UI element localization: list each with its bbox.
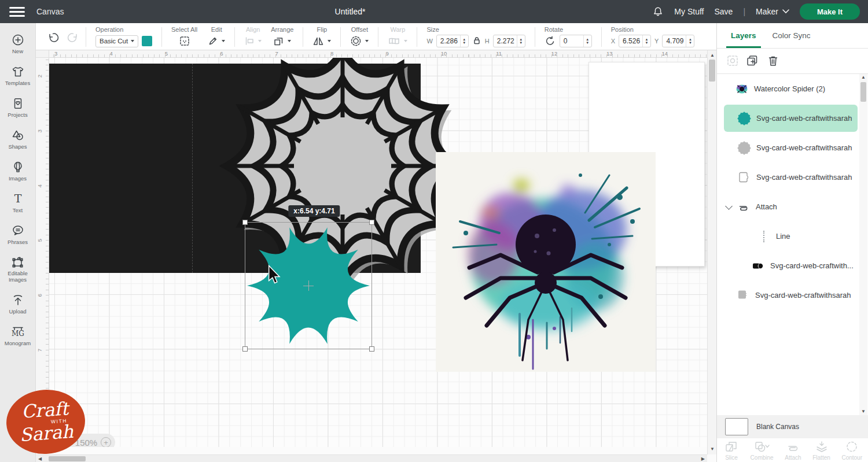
scroll-left-arrow[interactable]: ◀ [38, 457, 42, 461]
layer-row-line[interactable]: Line [717, 221, 859, 251]
width-stepper[interactable]: ▲▼ [460, 35, 468, 47]
y-value: 4.709 [663, 37, 686, 45]
rotate-input[interactable]: 0 ▲▼ [560, 35, 592, 47]
selection-handle-tr[interactable] [369, 220, 374, 225]
make-it-button[interactable]: Make It [800, 3, 860, 20]
project-card-icon [11, 97, 25, 110]
selection-handle-tl[interactable] [242, 220, 248, 225]
card-fold-line [192, 64, 193, 273]
width-label: W [426, 38, 432, 45]
canvas-horizontal-scrollbar[interactable]: ◀ ▶ [36, 454, 707, 462]
panel-scrollbar[interactable]: ▲ ▼ [859, 74, 867, 415]
selection-handle-br[interactable] [369, 346, 374, 352]
sidebar-item-editable-images[interactable]: Editable Images [0, 250, 36, 288]
layer-row-card-outline[interactable]: Svg-card-web-craftwithsarah [717, 162, 859, 192]
duplicate-button[interactable] [746, 54, 759, 69]
scroll-right-arrow[interactable]: ▶ [701, 457, 705, 461]
sidebar-item-templates[interactable]: Templates [0, 60, 36, 91]
document-title[interactable]: Untitled* [0, 7, 700, 16]
flip-group[interactable]: Flip [312, 26, 331, 47]
select-all-group[interactable]: Select All [171, 26, 197, 47]
lock-icon[interactable] [472, 36, 481, 45]
collapse-chevron-icon[interactable] [725, 202, 733, 210]
layer-row-black-shape[interactable]: Svg-card-web-craftwith... [717, 251, 859, 280]
zoom-in-button[interactable]: + [101, 437, 111, 447]
selection-handle-bl[interactable] [242, 346, 248, 352]
machine-select[interactable]: Maker [756, 7, 789, 16]
panel-scroll-up[interactable]: ▲ [861, 75, 866, 80]
scroll-up-arrow[interactable]: ▲ [710, 53, 715, 58]
black-shape-icon [751, 259, 766, 273]
edit-group[interactable]: Edit [208, 26, 225, 47]
sidebar-item-monogram[interactable]: MG Monogram [0, 320, 36, 352]
ruler-number: 7 [36, 349, 43, 352]
color-swatch[interactable] [142, 36, 152, 46]
selection-bounding-box[interactable] [245, 222, 372, 349]
rotate-icon[interactable] [545, 35, 556, 47]
width-input[interactable]: 2.286 ▲▼ [436, 35, 469, 47]
warp-label: Warp [390, 26, 405, 33]
sidebar-item-images[interactable]: Images [0, 155, 36, 187]
layer-row-watercolor-spider[interactable]: Watercolor Spider (2) [717, 74, 859, 104]
sidebar-item-shapes[interactable]: Shapes [0, 123, 36, 155]
combine-icon [753, 440, 771, 454]
ruler-number: 11 [496, 50, 502, 57]
trash-icon [767, 54, 779, 67]
tab-layers[interactable]: Layers [731, 23, 756, 48]
ruler-number: 6 [220, 50, 223, 57]
save-link[interactable]: Save [714, 7, 733, 16]
ruler-number: 3 [36, 130, 43, 132]
redo-button[interactable] [66, 32, 79, 46]
ruler-corner [36, 50, 49, 58]
undo-button[interactable] [47, 32, 60, 46]
canvas-grid[interactable]: x:6.54 y:4.71 [49, 58, 707, 447]
slice-icon [724, 440, 739, 454]
offset-group[interactable]: Offset [350, 26, 369, 47]
attach-icon [785, 440, 800, 454]
layer-row-teal-scallop[interactable]: Svg-card-web-craftwithsarah [717, 104, 859, 133]
vertical-scroll-thumb[interactable] [709, 60, 715, 82]
arrange-group[interactable]: Arrange [271, 26, 293, 47]
operation-select[interactable]: Basic Cut [95, 35, 138, 47]
panel-scroll-thumb[interactable] [860, 82, 866, 102]
y-input[interactable]: 4.709 ▲▼ [662, 35, 694, 47]
monogram-icon: MG [10, 325, 25, 339]
y-stepper[interactable]: ▲▼ [686, 35, 694, 47]
rotate-stepper[interactable]: ▲▼ [583, 35, 591, 47]
delete-button[interactable] [767, 54, 779, 69]
tab-color-sync[interactable]: Color Sync [773, 23, 811, 48]
canvas-vertical-scrollbar[interactable]: ▲ ▼ [707, 50, 716, 454]
x-input[interactable]: 6.526 ▲▼ [619, 35, 651, 47]
panel-scroll-down[interactable]: ▼ [861, 409, 866, 414]
x-stepper[interactable]: ▲▼ [642, 35, 650, 47]
ruler-number: 4 [36, 184, 43, 187]
sidebar-item-new[interactable]: New [0, 28, 36, 60]
operation-group: Operation Basic Cut [95, 26, 152, 47]
align-icon [244, 36, 255, 46]
layer-row-gray-scallop[interactable]: Svg-card-web-craftwithsarah [717, 133, 859, 162]
sidebar-item-projects[interactable]: Projects [0, 91, 36, 123]
scroll-down-arrow[interactable]: ▼ [710, 447, 715, 452]
ruler-number: 9 [385, 50, 388, 57]
sidebar-item-text[interactable]: T Text [0, 187, 36, 219]
blank-canvas-row[interactable]: Blank Canvas [717, 415, 868, 438]
watercolor-spider-image[interactable] [436, 152, 656, 372]
group-button [726, 54, 739, 69]
horizontal-scroll-thumb[interactable] [49, 456, 86, 461]
dotted-line-icon [756, 231, 771, 242]
sidebar-item-upload[interactable]: Upload [0, 288, 36, 320]
position-group: Position X 6.526 ▲▼ Y 4.709 ▲▼ [611, 26, 695, 47]
operation-value: Basic Cut [100, 38, 128, 45]
blank-canvas-swatch[interactable] [725, 418, 748, 435]
arrange-icon [273, 36, 284, 47]
height-stepper[interactable]: ▲▼ [517, 35, 525, 47]
layer-row-gray-card[interactable]: Svg-card-web-craftwithsarah [717, 280, 859, 310]
sidebar-item-phrases[interactable]: Phrases [0, 219, 36, 250]
height-input[interactable]: 2.272 ▲▼ [493, 35, 525, 47]
height-label: H [485, 38, 490, 45]
layer-row-attach-group[interactable]: Attach [717, 192, 859, 221]
ruler-number: 14 [661, 50, 668, 57]
position-label: Position [611, 26, 634, 33]
edit-label: Edit [211, 26, 222, 33]
scallop-teal-icon [737, 111, 752, 126]
